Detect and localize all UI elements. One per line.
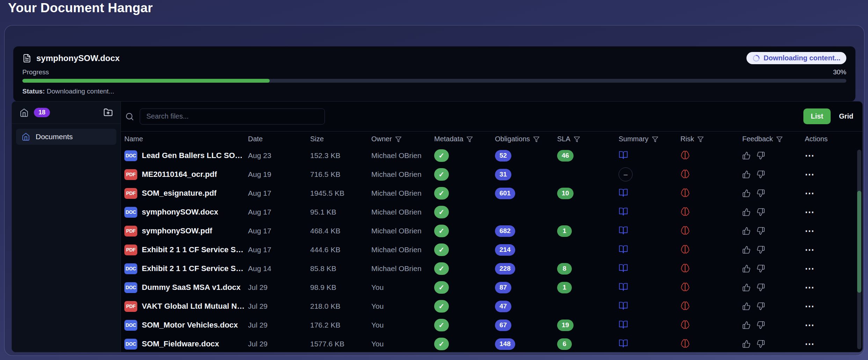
column-label: Feedback xyxy=(742,135,773,143)
risk-brain-icon[interactable] xyxy=(680,263,690,273)
column-header-summary[interactable]: Summary xyxy=(619,135,680,143)
column-header-feedback[interactable]: Feedback xyxy=(742,135,805,143)
file-owner: Michael OBrien xyxy=(371,208,434,216)
thumbs-down-icon[interactable] xyxy=(757,246,765,254)
file-text-icon xyxy=(22,54,31,63)
row-actions-button[interactable]: ⋯ xyxy=(805,301,815,312)
filter-icon[interactable] xyxy=(574,136,580,143)
thumbs-up-icon[interactable] xyxy=(742,340,751,348)
thumbs-up-icon[interactable] xyxy=(742,302,751,310)
summary-book-icon[interactable] xyxy=(619,150,628,160)
thumbs-down-icon[interactable] xyxy=(757,208,765,216)
thumbs-up-icon[interactable] xyxy=(742,321,751,329)
row-actions-button[interactable]: ⋯ xyxy=(805,282,815,293)
risk-brain-icon[interactable] xyxy=(680,150,690,160)
row-actions-button[interactable]: ⋯ xyxy=(805,245,815,255)
column-header-sla[interactable]: SLA xyxy=(557,135,619,143)
thumbs-up-icon[interactable] xyxy=(742,264,751,273)
file-name-cell[interactable]: DOCExhibit 2 1 1 CF Service Suppor... xyxy=(124,263,248,274)
risk-brain-icon[interactable] xyxy=(680,245,690,254)
file-name-cell[interactable]: DOCSOM_Fieldware.docx xyxy=(124,339,248,350)
summary-book-icon[interactable] xyxy=(619,188,628,197)
thumbs-down-icon[interactable] xyxy=(757,227,765,235)
file-name-cell[interactable]: DOCSOM_Motor Vehicles.docx xyxy=(124,320,248,331)
metadata-check-badge: ✓ xyxy=(434,149,449,162)
thumbs-up-icon[interactable] xyxy=(742,246,751,254)
obligations-count-badge: 214 xyxy=(495,244,515,256)
filter-icon[interactable] xyxy=(395,136,402,143)
file-name-cell[interactable]: PDFsymphonySOW.pdf xyxy=(124,226,248,237)
column-header-risk[interactable]: Risk xyxy=(680,135,742,143)
risk-brain-icon[interactable] xyxy=(680,320,690,329)
filter-icon[interactable] xyxy=(466,136,473,143)
file-name-cell[interactable]: PDFExhibit 2 1 1 CF Service Suppor... xyxy=(124,245,248,255)
column-header-obligations[interactable]: Obligations xyxy=(495,135,557,143)
risk-brain-icon[interactable] xyxy=(680,226,690,235)
risk-brain-icon[interactable] xyxy=(680,339,690,348)
thumbs-up-icon[interactable] xyxy=(742,189,751,197)
file-name-cell[interactable]: PDFSOM_esignature.pdf xyxy=(124,188,248,199)
column-label: SLA xyxy=(557,135,570,143)
thumbs-down-icon[interactable] xyxy=(757,264,765,273)
summary-book-icon[interactable] xyxy=(619,282,628,292)
home-icon[interactable] xyxy=(20,108,29,117)
column-header-owner[interactable]: Owner xyxy=(371,135,434,143)
summary-book-icon[interactable] xyxy=(619,226,628,235)
thumbs-down-icon[interactable] xyxy=(757,302,765,310)
thumbs-up-icon[interactable] xyxy=(742,283,751,292)
summary-book-icon[interactable] xyxy=(619,320,628,329)
thumbs-down-icon[interactable] xyxy=(757,321,765,329)
thumbs-down-icon[interactable] xyxy=(757,283,765,292)
row-actions-button[interactable]: ⋯ xyxy=(805,207,815,217)
row-actions-button[interactable]: ⋯ xyxy=(805,339,815,349)
thumbs-down-icon[interactable] xyxy=(757,151,765,160)
thumbs-down-icon[interactable] xyxy=(757,340,765,348)
search-input[interactable] xyxy=(140,108,325,125)
scrollbar-track[interactable] xyxy=(857,150,861,349)
summary-book-icon[interactable] xyxy=(619,207,628,216)
risk-brain-icon[interactable] xyxy=(680,207,690,216)
column-label: Metadata xyxy=(434,135,463,143)
filter-icon[interactable] xyxy=(697,136,704,143)
filter-icon[interactable] xyxy=(776,136,783,143)
risk-brain-icon[interactable] xyxy=(680,188,690,197)
thumbs-down-icon[interactable] xyxy=(757,189,765,197)
table-header: NameDateSizeOwnerMetadataObligationsSLAS… xyxy=(121,132,862,146)
summary-book-icon[interactable] xyxy=(619,301,628,310)
row-actions-button[interactable]: ⋯ xyxy=(805,188,815,198)
new-folder-icon[interactable] xyxy=(103,108,113,117)
thumbs-up-icon[interactable] xyxy=(742,151,751,160)
file-name-cell[interactable]: DOCsymphonySOW.docx xyxy=(124,207,248,218)
summary-book-icon[interactable] xyxy=(619,339,628,348)
column-header-metadata[interactable]: Metadata xyxy=(434,135,495,143)
file-name-cell[interactable]: PDFME20110164_ocr.pdf xyxy=(124,169,248,180)
summary-book-icon[interactable] xyxy=(619,245,628,254)
view-list-button[interactable]: List xyxy=(803,108,831,124)
risk-brain-icon[interactable] xyxy=(680,169,690,179)
file-name-cell[interactable]: PDFVAKT Global Ltd Mutual NDA.p... xyxy=(124,301,248,312)
row-actions-button[interactable]: ⋯ xyxy=(805,150,815,161)
metadata-check-badge: ✓ xyxy=(434,262,449,275)
file-type-badge: DOC xyxy=(124,320,137,331)
risk-brain-icon[interactable] xyxy=(680,301,690,310)
filter-icon[interactable] xyxy=(652,136,658,143)
scrollbar-thumb[interactable] xyxy=(857,191,861,293)
row-actions-button[interactable]: ⋯ xyxy=(805,169,815,180)
file-date: Aug 17 xyxy=(248,189,310,197)
view-grid-button[interactable]: Grid xyxy=(839,112,853,120)
file-name-cell[interactable]: DOCLead Gen Ballers LLC SOW_Soc... xyxy=(124,150,248,161)
risk-brain-icon[interactable] xyxy=(680,282,690,292)
thumbs-up-icon[interactable] xyxy=(742,227,751,235)
thumbs-up-icon[interactable] xyxy=(742,208,751,216)
row-actions-button[interactable]: ⋯ xyxy=(805,263,815,274)
file-name-cell[interactable]: DOCDummy SaaS MSA v1.docx xyxy=(124,282,248,293)
obligations-count-badge: 31 xyxy=(495,169,511,180)
row-actions-button[interactable]: ⋯ xyxy=(805,320,815,330)
row-actions-button[interactable]: ⋯ xyxy=(805,226,815,236)
summary-book-icon[interactable] xyxy=(619,263,628,273)
filter-icon[interactable] xyxy=(533,136,540,143)
thumbs-down-icon[interactable] xyxy=(757,170,765,179)
column-label: Name xyxy=(124,135,143,143)
sidebar-item-documents[interactable]: Documents xyxy=(16,129,116,145)
thumbs-up-icon[interactable] xyxy=(742,170,751,179)
